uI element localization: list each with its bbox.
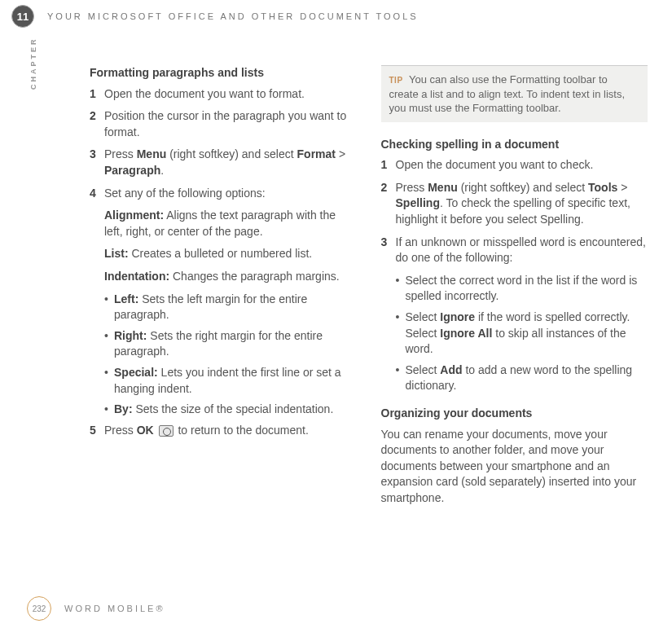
- page-header: 11 YOUR MICROSOFT OFFICE AND OTHER DOCUM…: [0, 0, 672, 33]
- step-body: Set any of the following options:: [104, 186, 357, 202]
- bullet-special: •Special: Lets you indent the first line…: [104, 365, 357, 397]
- tip-label: TIP: [389, 76, 403, 85]
- right-column: TIP You can also use the Formatting tool…: [381, 65, 648, 513]
- step-body: Press Menu (right softkey) and select To…: [396, 180, 648, 228]
- step-4: 4 Set any of the following options:: [90, 186, 357, 202]
- step-number: 5: [90, 423, 104, 439]
- option-alignment: Alignment: Aligns the text paragraph wit…: [104, 208, 357, 239]
- organizing-body: You can rename your documents, move your…: [381, 427, 648, 507]
- step-body: Position the cursor in the paragraph you…: [104, 108, 357, 140]
- step-number: 1: [90, 86, 104, 103]
- step-body: Press Menu (right softkey) and select Fo…: [104, 147, 357, 178]
- step-number: 1: [381, 157, 396, 174]
- chapter-number-badge: 11: [11, 5, 34, 28]
- tip-body: You can also use the Formatting toolbar …: [389, 73, 626, 114]
- spell-step-3: 3 If an unknown or misspelled word is en…: [381, 235, 648, 266]
- ok-key-icon: [159, 425, 173, 437]
- spell-bullet-2: •Select Ignore if the word is spelled co…: [396, 310, 648, 358]
- step-body: Open the document you want to format.: [104, 86, 357, 103]
- footer-title: WORD MOBILE®: [64, 604, 165, 613]
- step-3: 3 Press Menu (right softkey) and select …: [90, 147, 357, 178]
- option-indentation: Indentation: Changes the paragraph margi…: [104, 269, 357, 285]
- option-list: List: Creates a bulleted or numbered lis…: [104, 246, 357, 262]
- spell-bullet-1: •Select the correct word in the list if …: [396, 273, 648, 305]
- step-2: 2 Position the cursor in the paragraph y…: [90, 108, 357, 140]
- step-number: 2: [381, 180, 396, 228]
- left-column: Formatting paragraphs and lists 1 Open t…: [90, 65, 357, 513]
- spell-bullet-3: •Select Add to add a new word to the spe…: [396, 362, 648, 394]
- step-body: Press OK to return to the document.: [104, 423, 357, 439]
- section-heading-organizing: Organizing your documents: [381, 406, 648, 422]
- step-number: 3: [90, 147, 104, 178]
- chapter-label-vertical: CHAPTER: [29, 37, 37, 90]
- content-area: Formatting paragraphs and lists 1 Open t…: [0, 33, 672, 513]
- step-number: 3: [381, 235, 396, 266]
- bullet-left: •Left: Sets the left margin for the enti…: [104, 292, 357, 323]
- step-number: 2: [90, 108, 104, 140]
- section-heading-formatting: Formatting paragraphs and lists: [90, 65, 357, 81]
- header-title: YOUR MICROSOFT OFFICE AND OTHER DOCUMENT…: [47, 11, 419, 21]
- bullet-by: •By: Sets the size of the special indent…: [104, 402, 357, 418]
- step-1: 1 Open the document you want to format.: [90, 86, 357, 103]
- page-footer: 232 WORD MOBILE®: [0, 596, 165, 621]
- step-body: If an unknown or misspelled word is enco…: [396, 235, 648, 266]
- spell-step-1: 1 Open the document you want to check.: [381, 157, 648, 174]
- page-number-badge: 232: [27, 596, 51, 621]
- section-heading-spelling: Checking spelling in a document: [381, 137, 648, 153]
- step-number: 4: [90, 186, 104, 202]
- step-5: 5 Press OK to return to the document.: [90, 423, 357, 439]
- bullet-right: •Right: Sets the right margin for the en…: [104, 328, 357, 360]
- tip-box: TIP You can also use the Formatting tool…: [381, 65, 648, 122]
- spell-step-2: 2 Press Menu (right softkey) and select …: [381, 180, 648, 228]
- step-body: Open the document you want to check.: [396, 157, 648, 174]
